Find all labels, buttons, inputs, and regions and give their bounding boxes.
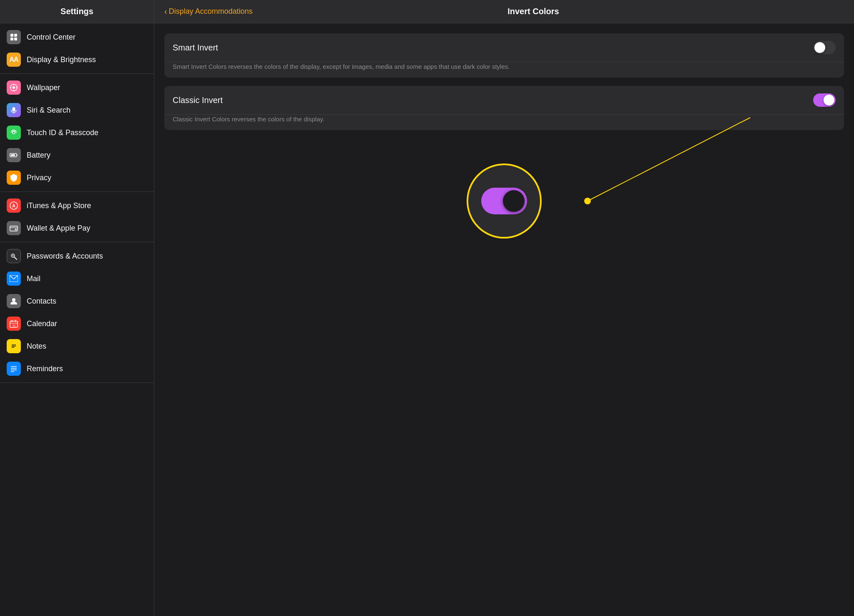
- svg-line-20: [14, 257, 17, 259]
- top-bar: Settings ‹ Display Accommodations Invert…: [0, 0, 854, 23]
- battery-icon: [7, 148, 21, 162]
- mail-label: Mail: [27, 274, 40, 283]
- detail-header: ‹ Display Accommodations Invert Colors: [154, 7, 854, 16]
- privacy-label: Privacy: [27, 173, 51, 182]
- svg-rect-13: [11, 154, 15, 156]
- wallpaper-icon: [7, 80, 21, 95]
- sidebar-item-calendar[interactable]: 31 Calendar: [0, 312, 154, 335]
- touchid-icon: [7, 126, 21, 140]
- smart-invert-card: Smart Invert Smart Invert Colors reverse…: [164, 33, 844, 78]
- siri-icon: [7, 103, 21, 117]
- zoom-annotation-area: [164, 163, 844, 239]
- sidebar-group-3: A iTunes & App Store Wallet & Apple Pay: [0, 192, 154, 242]
- sidebar-item-privacy[interactable]: Privacy: [0, 166, 154, 189]
- reminders-label: Reminders: [27, 365, 63, 373]
- sidebar-item-wallet-applepay[interactable]: Wallet & Apple Pay: [0, 217, 154, 239]
- svg-rect-17: [10, 227, 18, 228]
- sidebar-title: Settings: [60, 7, 93, 16]
- svg-rect-3: [14, 38, 17, 40]
- reminders-icon: [7, 362, 21, 376]
- wallet-icon: [7, 221, 21, 235]
- detail-page-title: Invert Colors: [507, 7, 559, 16]
- svg-rect-2: [10, 38, 13, 40]
- classic-invert-label: Classic Invert: [173, 96, 813, 105]
- calendar-label: Calendar: [27, 319, 57, 328]
- svg-rect-14: [17, 155, 18, 156]
- passwords-icon: [7, 249, 21, 263]
- touchid-label: Touch ID & Passcode: [27, 128, 98, 137]
- back-chevron-icon: ‹: [164, 7, 167, 16]
- sidebar-item-passwords-accounts[interactable]: Passwords & Accounts: [0, 245, 154, 267]
- classic-invert-toggle[interactable]: [813, 93, 836, 107]
- sidebar-group-1: Control Center AA Display & Brightness: [0, 23, 154, 74]
- sidebar-item-touchid-passcode[interactable]: Touch ID & Passcode: [0, 121, 154, 144]
- smart-invert-label: Smart Invert: [173, 43, 813, 53]
- sidebar-item-notes[interactable]: Notes: [0, 335, 154, 357]
- itunes-appstore-label: iTunes & App Store: [27, 201, 91, 210]
- svg-point-5: [13, 86, 15, 89]
- notes-label: Notes: [27, 342, 46, 351]
- svg-point-38: [584, 198, 591, 204]
- control-center-label: Control Center: [27, 33, 75, 42]
- sidebar: Control Center AA Display & Brightness: [0, 23, 154, 616]
- sidebar-group-4: Passwords & Accounts Mail: [0, 242, 154, 383]
- main-layout: Control Center AA Display & Brightness: [0, 23, 854, 616]
- zoom-toggle-thumb-large: [503, 190, 525, 212]
- sidebar-item-reminders[interactable]: Reminders: [0, 357, 154, 380]
- sidebar-item-wallpaper[interactable]: Wallpaper: [0, 76, 154, 99]
- svg-point-21: [13, 255, 14, 256]
- detail-panel: Smart Invert Smart Invert Colors reverse…: [154, 23, 854, 616]
- classic-invert-thumb: [824, 95, 834, 106]
- wallet-applepay-label: Wallet & Apple Pay: [27, 224, 90, 233]
- notes-icon: [7, 339, 21, 353]
- svg-line-37: [588, 118, 750, 201]
- classic-invert-description: Classic Invert Colors reverses the color…: [164, 115, 844, 130]
- back-button[interactable]: ‹ Display Accommodations: [164, 7, 253, 16]
- svg-point-18: [15, 229, 17, 230]
- battery-label: Battery: [27, 151, 50, 160]
- svg-text:A: A: [12, 203, 15, 208]
- classic-invert-row: Classic Invert: [164, 86, 844, 114]
- annotation-svg: [504, 159, 505, 160]
- sidebar-header: Settings: [0, 0, 154, 23]
- sidebar-item-itunes-appstore[interactable]: A iTunes & App Store: [0, 194, 154, 217]
- zoom-circle: [467, 163, 542, 239]
- smart-invert-track: [813, 41, 836, 54]
- sidebar-item-siri-search[interactable]: Siri & Search: [0, 99, 154, 121]
- display-brightness-icon: AA: [7, 53, 21, 67]
- mail-icon: [7, 272, 21, 286]
- smart-invert-toggle[interactable]: [813, 41, 836, 54]
- smart-invert-description: Smart Invert Colors reverses the colors …: [164, 62, 844, 78]
- siri-search-label: Siri & Search: [27, 106, 70, 115]
- sidebar-item-display-brightness[interactable]: AA Display & Brightness: [0, 48, 154, 71]
- classic-invert-track: [813, 93, 836, 107]
- svg-point-11: [13, 131, 15, 134]
- sidebar-group-2: Wallpaper Siri & Search: [0, 74, 154, 192]
- svg-rect-0: [10, 34, 13, 37]
- display-brightness-label: Display & Brightness: [27, 55, 96, 64]
- contacts-label: Contacts: [27, 297, 56, 306]
- svg-point-23: [12, 298, 15, 302]
- wallpaper-label: Wallpaper: [27, 83, 60, 92]
- svg-rect-1: [14, 34, 17, 37]
- sidebar-item-contacts[interactable]: Contacts: [0, 290, 154, 312]
- calendar-icon: 31: [7, 317, 21, 331]
- classic-invert-card: Classic Invert Classic Invert Colors rev…: [164, 86, 844, 130]
- control-center-icon: [7, 30, 21, 44]
- zoom-toggle-large: [481, 188, 527, 214]
- passwords-accounts-label: Passwords & Accounts: [27, 252, 103, 261]
- itunes-icon: A: [7, 199, 21, 213]
- sidebar-item-battery[interactable]: Battery: [0, 144, 154, 166]
- contacts-icon: [7, 294, 21, 308]
- back-label: Display Accommodations: [169, 7, 253, 16]
- smart-invert-thumb: [814, 42, 825, 53]
- smart-invert-row: Smart Invert: [164, 33, 844, 62]
- svg-text:31: 31: [13, 324, 16, 327]
- sidebar-item-mail[interactable]: Mail: [0, 267, 154, 290]
- svg-rect-16: [10, 226, 18, 231]
- privacy-icon: [7, 171, 21, 185]
- sidebar-item-control-center[interactable]: Control Center: [0, 26, 154, 48]
